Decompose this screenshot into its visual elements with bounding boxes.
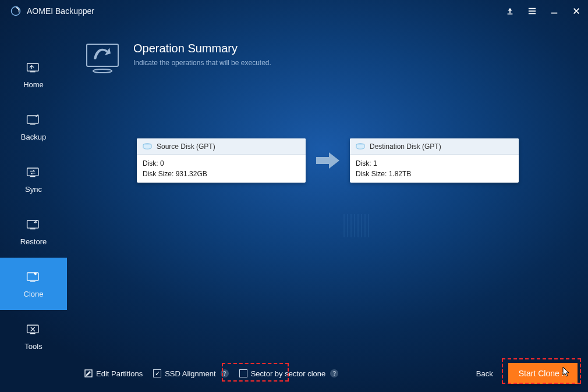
svg-point-19 bbox=[93, 69, 112, 73]
destination-disk-header: Destination Disk (GPT) bbox=[350, 138, 519, 155]
destination-disk-number: Disk: 1 bbox=[356, 158, 513, 169]
sidebar-item-label: Restore bbox=[20, 237, 47, 246]
svg-rect-3 bbox=[529, 10, 536, 12]
edit-icon bbox=[84, 369, 93, 377]
sidebar-item-clone[interactable]: Clone bbox=[0, 258, 67, 310]
source-disk-number: Disk: 0 bbox=[143, 158, 300, 169]
page-header: Operation Summary Indicate the operation… bbox=[84, 42, 588, 74]
close-button[interactable] bbox=[571, 5, 582, 17]
ssd-alignment-label: SSD Alignment bbox=[165, 369, 215, 378]
source-disk-title: Source Disk (GPT) bbox=[157, 142, 215, 151]
title-bar-left: AOMEI Backupper bbox=[10, 6, 94, 16]
sidebar-item-label: Backup bbox=[21, 133, 46, 141]
svg-rect-13 bbox=[30, 229, 35, 229]
arrow-icon bbox=[314, 151, 342, 170]
destination-disk-body: Disk: 1 Disk Size: 1.82TB bbox=[350, 155, 519, 183]
page-title: Operation Summary bbox=[133, 42, 271, 55]
sidebar-item-label: Home bbox=[23, 80, 44, 89]
svg-rect-12 bbox=[27, 220, 38, 228]
source-disk-body: Disk: 0 Disk Size: 931.32GB bbox=[137, 155, 306, 183]
source-disk-header: Source Disk (GPT) bbox=[137, 138, 306, 155]
sidebar-item-home[interactable]: Home bbox=[0, 48, 67, 101]
edit-partitions-button[interactable]: Edit Partitions bbox=[84, 369, 143, 378]
app-body: Home Backup Sync Restore bbox=[0, 22, 588, 392]
sidebar-item-tools[interactable]: Tools bbox=[0, 310, 67, 362]
start-clone-label: Start Clone ›› bbox=[519, 369, 567, 378]
svg-rect-11 bbox=[30, 176, 35, 177]
page-subtitle: Indicate the operations that will be exe… bbox=[133, 59, 271, 67]
svg-rect-6 bbox=[27, 63, 38, 71]
svg-rect-2 bbox=[529, 8, 536, 9]
arrow-glow-decoration bbox=[341, 214, 376, 237]
svg-rect-10 bbox=[27, 168, 38, 176]
source-disk-card[interactable]: Source Disk (GPT) Disk: 0 Disk Size: 931… bbox=[137, 138, 306, 183]
summary-icon bbox=[84, 42, 121, 74]
backup-icon bbox=[26, 113, 42, 127]
svg-rect-1 bbox=[508, 13, 513, 14]
sector-clone-checkbox[interactable]: Sector by sector clone ? bbox=[239, 369, 339, 378]
back-button[interactable]: Back bbox=[476, 369, 493, 378]
sector-clone-label: Sector by sector clone bbox=[251, 369, 326, 378]
home-icon bbox=[26, 60, 42, 74]
svg-rect-5 bbox=[551, 13, 558, 14]
footer-bar: Edit Partitions SSD Alignment ? Sector b… bbox=[67, 355, 588, 392]
sidebar-item-label: Clone bbox=[24, 290, 44, 298]
svg-rect-9 bbox=[30, 124, 35, 124]
disk-summary-row: Source Disk (GPT) Disk: 0 Disk Size: 931… bbox=[137, 138, 576, 183]
destination-disk-size: Disk Size: 1.82TB bbox=[356, 169, 513, 179]
edit-partitions-label: Edit Partitions bbox=[96, 369, 143, 378]
clone-icon bbox=[26, 270, 42, 284]
sync-icon bbox=[26, 165, 42, 179]
sidebar-item-label: Sync bbox=[25, 185, 42, 194]
source-disk-size: Disk Size: 931.32GB bbox=[143, 169, 300, 179]
menu-icon[interactable] bbox=[526, 5, 538, 17]
upgrade-icon[interactable] bbox=[504, 5, 516, 17]
header-text: Operation Summary Indicate the operation… bbox=[133, 42, 271, 67]
app-title: AOMEI Backupper bbox=[27, 6, 94, 16]
svg-rect-15 bbox=[30, 281, 35, 281]
disk-icon bbox=[356, 143, 365, 150]
title-bar-controls bbox=[504, 5, 582, 17]
title-bar: AOMEI Backupper bbox=[0, 0, 588, 22]
ssd-alignment-checkbox[interactable]: SSD Alignment ? bbox=[153, 369, 228, 378]
destination-disk-title: Destination Disk (GPT) bbox=[370, 142, 441, 151]
svg-rect-8 bbox=[27, 116, 38, 123]
app-logo-icon bbox=[10, 6, 21, 16]
minimize-button[interactable] bbox=[548, 5, 560, 17]
footer-options: Edit Partitions SSD Alignment ? Sector b… bbox=[84, 369, 338, 378]
checkbox-icon bbox=[239, 369, 247, 377]
svg-rect-4 bbox=[529, 13, 536, 15]
sidebar: Home Backup Sync Restore bbox=[0, 22, 67, 392]
svg-rect-17 bbox=[30, 333, 35, 334]
svg-rect-7 bbox=[30, 72, 35, 72]
main-panel: Operation Summary Indicate the operation… bbox=[67, 22, 588, 392]
sidebar-item-label: Tools bbox=[24, 342, 42, 351]
tools-icon bbox=[26, 322, 42, 336]
svg-rect-18 bbox=[87, 44, 118, 66]
start-clone-button[interactable]: Start Clone ›› bbox=[508, 363, 578, 384]
destination-disk-card[interactable]: Destination Disk (GPT) Disk: 1 Disk Size… bbox=[350, 138, 519, 183]
help-icon[interactable]: ? bbox=[221, 369, 229, 377]
disk-icon bbox=[143, 143, 152, 150]
app-window: AOMEI Backupper Home bbox=[0, 0, 588, 392]
sidebar-item-backup[interactable]: Backup bbox=[0, 101, 67, 153]
sidebar-item-restore[interactable]: Restore bbox=[0, 205, 67, 258]
checkbox-icon bbox=[153, 369, 161, 377]
restore-icon bbox=[26, 218, 42, 231]
help-icon[interactable]: ? bbox=[330, 369, 338, 377]
sidebar-item-sync[interactable]: Sync bbox=[0, 153, 67, 205]
